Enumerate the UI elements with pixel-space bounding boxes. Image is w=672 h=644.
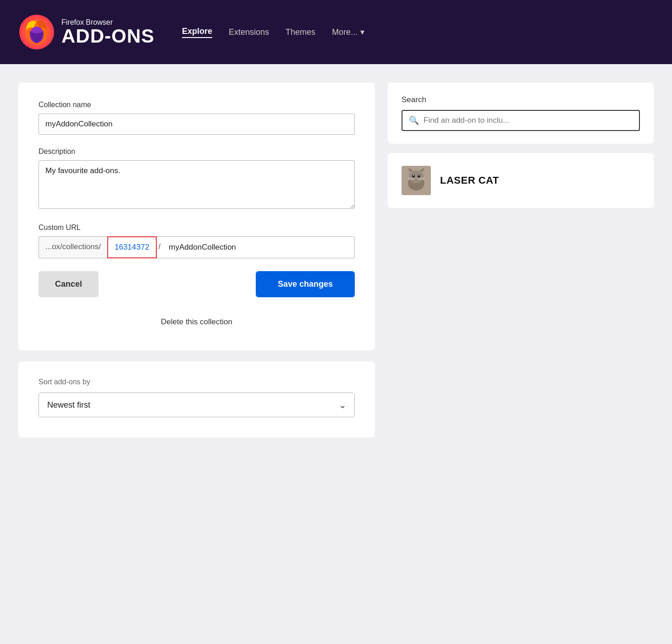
site-header: Firefox Browser ADD-ONS Explore Extensio… (0, 0, 672, 64)
description-label: Description (39, 147, 355, 156)
svg-point-5 (409, 170, 424, 183)
search-icon: 🔍 (409, 115, 419, 126)
search-card: Search 🔍 (388, 82, 654, 144)
nav-explore[interactable]: Explore (182, 27, 212, 38)
nav-extensions[interactable]: Extensions (229, 27, 269, 37)
svg-point-11 (419, 175, 419, 175)
main-nav: Explore Extensions Themes More... ▾ (182, 27, 364, 38)
nav-more[interactable]: More... ▾ (332, 27, 364, 37)
url-slug-input[interactable] (162, 236, 355, 258)
right-panel: Search 🔍 (388, 82, 654, 437)
custom-url-label: Custom URL (39, 224, 355, 232)
custom-url-group: Custom URL ...ox/collections/ 16314372 / (39, 224, 355, 258)
collection-form-card: Collection name Description Custom URL .… (18, 82, 375, 350)
sort-select[interactable]: Newest first Oldest first Name A-Z Name … (39, 393, 355, 417)
delete-collection-link[interactable]: Delete this collection (39, 314, 355, 330)
search-label: Search (402, 95, 640, 104)
search-input[interactable] (424, 116, 633, 125)
sort-select-wrapper: Newest first Oldest first Name A-Z Name … (39, 393, 355, 417)
url-separator: / (157, 236, 163, 258)
save-changes-button[interactable]: Save changes (256, 271, 355, 297)
addon-name: LASER CAT (440, 175, 499, 186)
page-content: Collection name Description Custom URL .… (0, 64, 672, 437)
brand-text: Firefox Browser ADD-ONS (61, 18, 154, 46)
addon-thumbnail (402, 166, 431, 195)
form-buttons-row: Cancel Save changes (39, 271, 355, 297)
svg-point-10 (413, 175, 414, 175)
sort-card: Sort add-ons by Newest first Oldest firs… (18, 361, 375, 437)
nav-more-label: More... (332, 27, 358, 37)
cancel-button[interactable]: Cancel (39, 271, 99, 297)
firefox-logo (18, 14, 55, 50)
custom-url-wrapper: ...ox/collections/ 16314372 / (39, 236, 355, 258)
search-input-wrapper[interactable]: 🔍 (402, 110, 640, 131)
logo-area: Firefox Browser ADD-ONS (18, 14, 154, 50)
left-panel: Collection name Description Custom URL .… (18, 82, 375, 437)
collection-name-input[interactable] (39, 114, 355, 135)
collection-name-group: Collection name (39, 101, 355, 135)
laser-cat-image (402, 166, 431, 195)
nav-more-chevron-icon: ▾ (360, 27, 364, 37)
description-group: Description (39, 147, 355, 211)
nav-themes[interactable]: Themes (286, 27, 315, 37)
svg-point-12 (415, 178, 417, 180)
url-id-box: 16314372 (107, 236, 157, 258)
url-prefix: ...ox/collections/ (39, 236, 107, 258)
sort-label: Sort add-ons by (39, 378, 355, 386)
collection-name-label: Collection name (39, 101, 355, 109)
description-textarea[interactable] (39, 160, 355, 209)
addon-card: LASER CAT (388, 153, 654, 208)
brand-addons: ADD-ONS (61, 27, 154, 46)
